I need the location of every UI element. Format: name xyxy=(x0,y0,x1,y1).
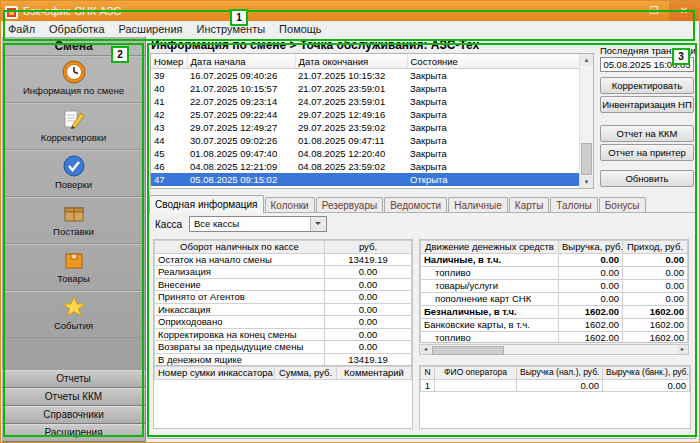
shift-row[interactable]: 4225.07.2025 09:22:4429.07.2025 12:49:16… xyxy=(151,108,580,121)
cell: 0.00 xyxy=(623,266,688,279)
dropdown-arrow-icon[interactable] xyxy=(310,217,326,231)
scroll-up-icon[interactable]: ▲ xyxy=(580,54,593,66)
close-button[interactable]: ✕ xyxy=(669,1,699,21)
sidebar-item-shift-info[interactable]: Информация по смене xyxy=(2,56,145,103)
cell: 0.00 xyxy=(559,279,623,292)
tab[interactable]: Бонусы xyxy=(599,197,646,213)
refresh-button[interactable]: Обновить xyxy=(600,170,694,187)
scroll-down-icon[interactable]: ▼ xyxy=(580,176,593,188)
annotation-label-2: 2 xyxy=(111,46,129,63)
cell: В денежном ящике xyxy=(155,353,325,366)
sidebar-item-label: Корректировки xyxy=(2,132,145,143)
shift-row[interactable]: 4021.07.2025 10:15:5721.07.2025 23:59:01… xyxy=(151,82,580,95)
cell: 45 xyxy=(151,147,187,160)
scroll-right-icon[interactable]: ► xyxy=(677,345,688,354)
sidebar-item-label: Поверки xyxy=(2,179,145,190)
cell: 0.00 xyxy=(517,379,603,392)
maximize-button[interactable]: ❐ xyxy=(639,1,669,21)
menu-item[interactable]: Обработка xyxy=(42,22,111,37)
cell: Корректировка на конец смены xyxy=(155,328,325,341)
sidebar-section-extensions[interactable]: Расширения xyxy=(2,424,145,442)
report-kkm-button[interactable]: Отчет на ККМ xyxy=(600,125,694,142)
sidebar-item-events[interactable]: События xyxy=(2,291,145,338)
scrollbar-thumb[interactable] xyxy=(432,346,504,355)
shift-row[interactable]: 4329.07.2025 12:49:2729.07.2025 23:59:02… xyxy=(151,121,580,134)
menu-item[interactable]: Расширения xyxy=(112,22,190,37)
shift-row[interactable]: 3916.07.2025 09:40:2621.07.2025 10:15:32… xyxy=(151,69,580,83)
shift-row[interactable]: 4705.08.2025 09:15:02Открыта xyxy=(151,173,580,186)
cell: 0.00 xyxy=(623,253,688,266)
menu-bar: ФайлОбработкаРасширенияИнструментыПомощь xyxy=(1,21,699,38)
operator-row: 10.000.00 xyxy=(421,379,690,392)
titlebar[interactable]: Бэк-офис СНК АЗС — ❐ ✕ xyxy=(1,1,699,21)
column-header[interactable]: Состояние xyxy=(407,54,580,69)
shift-row[interactable]: 4501.08.2025 09:47:4004.08.2025 12:20:40… xyxy=(151,147,580,160)
tab[interactable]: Колонки xyxy=(265,197,315,213)
cell: Остаток на начало смены xyxy=(155,253,325,266)
column-header: Номер сумки инкассатора xyxy=(155,367,275,380)
tab[interactable]: Ведомости xyxy=(384,197,447,213)
cell: 24.07.2025 23:59:01 xyxy=(295,95,407,108)
cell: 0.00 xyxy=(559,266,623,279)
tab[interactable]: Резервуары xyxy=(316,197,383,213)
cell: 04.08.2025 12:20:40 xyxy=(295,147,407,160)
money-row: Безналичные, в т.ч.1602.001602.00 xyxy=(421,305,688,318)
report-printer-button[interactable]: Отчет на принтер xyxy=(600,144,694,161)
sidebar-item-corrections[interactable]: Корректировки xyxy=(2,103,145,150)
cell: 40 xyxy=(151,82,187,95)
cell: 13419.19 xyxy=(325,353,412,366)
scrollbar-thumb[interactable] xyxy=(581,143,592,175)
breadcrumb: Информация по смене > Точка обслуживания… xyxy=(151,38,479,52)
sidebar-section-directories[interactable]: Справочники xyxy=(2,406,145,424)
column-header: N xyxy=(421,367,435,380)
cell: 01.08.2025 09:47:40 xyxy=(187,147,295,160)
inventory-np-button[interactable]: Инвентаризация НП xyxy=(600,96,694,113)
cell: 39 xyxy=(151,69,187,83)
sidebar-item-checks[interactable]: Поверки xyxy=(2,150,145,197)
cell: 29.07.2025 23:59:02 xyxy=(295,121,407,134)
column-header: Выручка, руб. xyxy=(559,241,623,254)
money-table-hscrollbar[interactable]: ◄ ► xyxy=(419,344,689,355)
shift-row[interactable]: 4122.07.2025 09:23:1424.07.2025 23:59:01… xyxy=(151,95,580,108)
scroll-left-icon[interactable]: ◄ xyxy=(420,345,431,354)
cell: 0.00 xyxy=(603,379,690,392)
sidebar-section-reports[interactable]: Отчеты xyxy=(2,370,145,388)
cell: топливо xyxy=(421,266,559,279)
shift-row[interactable]: 4430.07.2025 09:02:2601.08.2025 09:47:11… xyxy=(151,134,580,147)
cell: 41 xyxy=(151,95,187,108)
menu-item[interactable]: Помощь xyxy=(272,22,329,37)
shift-row[interactable]: 4604.08.2025 12:21:0904.08.2025 23:59:02… xyxy=(151,160,580,173)
cell xyxy=(295,173,407,186)
correct-button[interactable]: Корректировать xyxy=(600,77,694,94)
tab[interactable]: Карты xyxy=(509,197,550,213)
tab[interactable]: Талоны xyxy=(550,197,597,213)
cell: Наличные, в т.ч. xyxy=(421,253,559,266)
column-header[interactable]: Дата окончания xyxy=(295,54,407,69)
sidebar-section-kkm-reports[interactable]: Отчеты ККМ xyxy=(2,388,145,406)
cell: 16.07.2025 09:40:26 xyxy=(187,69,295,83)
cell: топливо xyxy=(421,331,559,343)
sidebar-item-supplies[interactable]: Поставки xyxy=(2,197,145,244)
menu-item[interactable]: Файл xyxy=(1,22,42,37)
cell: Инкассация xyxy=(155,303,325,316)
cell: 0.00 xyxy=(623,279,688,292)
cash-row: Реализация0.00 xyxy=(155,266,412,279)
sidebar-item-goods[interactable]: Товары xyxy=(2,244,145,291)
column-header[interactable]: Номер xyxy=(151,54,187,69)
column-header: Комментарий xyxy=(337,367,412,380)
money-row: Наличные, в т.ч.0.000.00 xyxy=(421,253,688,266)
kassa-select[interactable]: Все кассы xyxy=(189,216,327,232)
kassa-selected-value: Все кассы xyxy=(194,218,239,229)
tab[interactable]: Наличные xyxy=(448,197,508,213)
cell: Открыта xyxy=(407,173,580,186)
cell: 04.08.2025 12:21:09 xyxy=(187,160,295,173)
cell: Закрыта xyxy=(407,134,580,147)
cash-row: Остаток на начало смены13419.19 xyxy=(155,253,412,266)
tab[interactable]: Сводная информация xyxy=(149,195,264,213)
cell: 1602.00 xyxy=(559,331,623,343)
minimize-button[interactable]: — xyxy=(609,1,639,21)
column-header: Приход, руб. xyxy=(623,241,688,254)
shift-table-scrollbar[interactable]: ▲ ▼ xyxy=(579,54,593,188)
column-header[interactable]: Дата начала xyxy=(187,54,295,69)
cell: 25.07.2025 09:22:44 xyxy=(187,108,295,121)
